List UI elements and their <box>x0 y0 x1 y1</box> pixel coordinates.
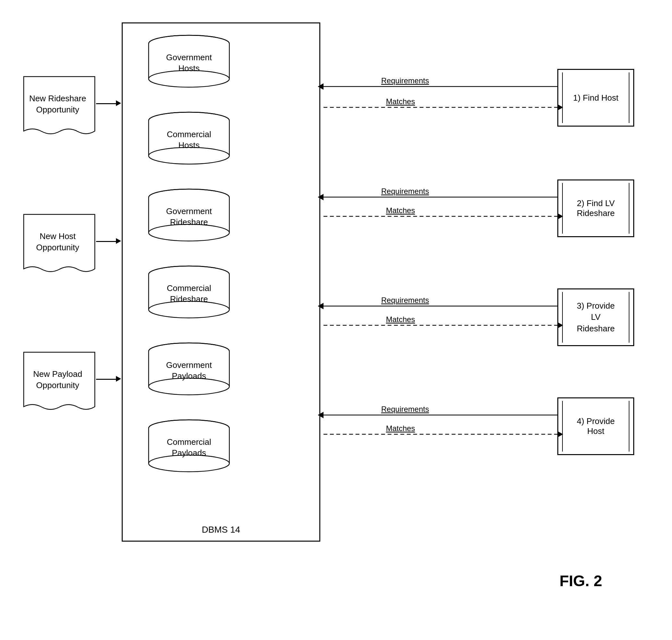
provide-lv-label: 3) ProvideLVRideshare <box>577 300 615 334</box>
rideshare-arrowhead <box>116 100 121 106</box>
svg-text:Matches: Matches <box>386 424 415 433</box>
gov-rideshare-label: GovernmentRideshare <box>147 206 230 228</box>
cylinder-gov-payloads: GovernmentPayloads <box>147 342 230 398</box>
svg-text:Requirements: Requirements <box>381 405 429 413</box>
cylinder-comm-payloads: CommercialPayloads <box>147 419 230 475</box>
fig-label: FIG. 2 <box>559 572 602 590</box>
find-lv-label: 2) Find LVRideshare <box>577 198 615 218</box>
process-provide-host: 4) ProvideHost <box>557 397 634 455</box>
cylinder-gov-hosts: GovernmentHosts <box>147 34 230 90</box>
process-find-lv: 2) Find LVRideshare <box>557 179 634 237</box>
host-label: New HostOpportunity <box>23 213 93 271</box>
svg-text:Matches: Matches <box>386 97 415 106</box>
input-payload: New PayloadOpportunity <box>23 351 96 416</box>
comm-payloads-label: CommercialPayloads <box>147 437 230 459</box>
dbms-label: DBMS 14 <box>202 525 240 535</box>
svg-text:Matches: Matches <box>386 206 415 215</box>
svg-text:Matches: Matches <box>386 315 415 324</box>
gov-hosts-label: GovernmentHosts <box>147 52 230 74</box>
provide-host-label: 4) ProvideHost <box>577 416 615 436</box>
payload-arrow <box>96 379 119 380</box>
cylinder-comm-hosts: CommercialHosts <box>147 112 230 167</box>
input-host: New HostOpportunity <box>23 213 96 278</box>
gov-payloads-label: GovernmentPayloads <box>147 360 230 382</box>
comm-rideshare-label: CommercialRideshare <box>147 283 230 305</box>
comm-hosts-label: CommercialHosts <box>147 129 230 151</box>
host-arrowhead <box>116 238 121 244</box>
input-rideshare: New RideshareOpportunity <box>23 75 96 141</box>
cylinder-gov-rideshare: GovernmentRideshare <box>147 188 230 244</box>
diagram: New RideshareOpportunity New HostOpportu… <box>13 13 660 615</box>
svg-text:Requirements: Requirements <box>381 296 429 304</box>
process-find-host: 1) Find Host <box>557 69 634 127</box>
cylinder-comm-rideshare: CommercialRideshare <box>147 265 230 321</box>
host-arrow <box>96 241 119 242</box>
svg-text:Requirements: Requirements <box>381 187 429 195</box>
payload-arrowhead <box>116 376 121 382</box>
payload-label: New PayloadOpportunity <box>23 351 93 409</box>
svg-text:Requirements: Requirements <box>381 76 429 85</box>
rideshare-arrow <box>96 103 119 104</box>
find-host-label: 1) Find Host <box>573 93 618 103</box>
process-provide-lv: 3) ProvideLVRideshare <box>557 288 634 346</box>
rideshare-label: New RideshareOpportunity <box>23 75 93 133</box>
